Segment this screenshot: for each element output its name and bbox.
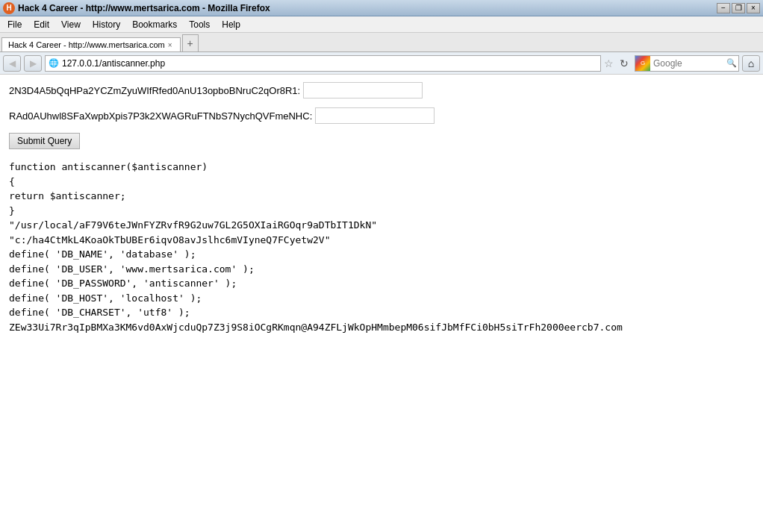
minimize-button[interactable]: −: [717, 3, 730, 13]
code-line-6: define( 'DB_NAME', 'database' );: [9, 247, 754, 262]
code-line-8: define( 'DB_PASSWORD', 'antiscanner' );: [9, 276, 754, 291]
code-line-5: "c:/ha4CtMkL4KoaOkTbUBEr6iqvO8avJslhc6mV…: [9, 233, 754, 248]
refresh-button[interactable]: ↻: [617, 55, 632, 72]
title-bar: H Hack 4 Career - http://www.mertsarica.…: [0, 0, 763, 16]
search-bar: G 🔍: [635, 55, 739, 72]
tab-bar: Hack 4 Career - http://www.mertsarica.co…: [0, 33, 763, 52]
menu-file[interactable]: File: [1, 18, 28, 31]
code-line-7: define( 'DB_USER', 'www.mertsarica.com' …: [9, 262, 754, 277]
code-line-4: "/usr/local/aF79V6teJWnFYZRvfR9G2uw7GL2G…: [9, 218, 754, 233]
menu-view[interactable]: View: [55, 18, 87, 31]
code-line-2: return $antiscanner;: [9, 189, 754, 204]
form-row-1: 2N3D4A5bQqHPa2YCZmZyuWIfRfed0AnU13opboBN…: [9, 82, 754, 98]
close-button[interactable]: ×: [747, 3, 760, 13]
field1-label: 2N3D4A5bQqHPa2YCZmZyuWIfRfed0AnU13opboBN…: [9, 85, 300, 96]
app-icon: H: [3, 2, 15, 14]
submit-button[interactable]: Submit Query: [9, 133, 80, 149]
search-logo: G: [635, 56, 650, 71]
home-button[interactable]: ⌂: [742, 55, 760, 72]
code-line-0: function antiscanner($antiscanner): [9, 160, 754, 175]
window-controls: − ❐ ×: [717, 3, 760, 13]
bookmark-star-icon[interactable]: ☆: [604, 57, 614, 69]
back-button[interactable]: ◀: [3, 55, 21, 72]
code-line-11: ZEw33Ui7Rr3qIpBMXa3KM6vd0AxWjcduQp7Z3j9S…: [9, 320, 754, 335]
field2-label: RAd0AUhwl8SFaXwpbXpis7P3k2XWAGRuFTNbS7Ny…: [9, 110, 312, 122]
menu-bar: File Edit View History Bookmarks Tools H…: [0, 16, 763, 33]
nav-right: ☆ ↻: [604, 55, 632, 72]
menu-help[interactable]: Help: [216, 18, 246, 31]
code-output: function antiscanner($antiscanner) { ret…: [9, 160, 754, 334]
page-content: 2N3D4A5bQqHPa2YCZmZyuWIfRfed0AnU13opboBN…: [0, 75, 763, 342]
url-bar: 🌐: [45, 55, 601, 72]
menu-bookmarks[interactable]: Bookmarks: [126, 18, 183, 31]
field2-input[interactable]: [315, 107, 435, 124]
url-input[interactable]: [62, 58, 597, 69]
code-line-3: }: [9, 204, 754, 219]
active-tab[interactable]: Hack 4 Career - http://www.mertsarica.co…: [1, 37, 181, 51]
form-row-2: RAd0AUhwl8SFaXwpbXpis7P3k2XWAGRuFTNbS7Ny…: [9, 107, 754, 124]
tab-close-button[interactable]: ×: [168, 41, 172, 49]
nav-bar: ◀ ▶ 🌐 ☆ ↻ G 🔍 ⌂: [0, 52, 763, 75]
new-tab-button[interactable]: +: [182, 34, 199, 51]
menu-tools[interactable]: Tools: [183, 18, 216, 31]
field1-input[interactable]: [303, 82, 423, 98]
restore-button[interactable]: ❐: [732, 3, 745, 13]
code-line-10: define( 'DB_CHARSET', 'utf8' );: [9, 305, 754, 320]
forward-button[interactable]: ▶: [24, 55, 42, 72]
tab-label: Hack 4 Career - http://www.mertsarica.co…: [8, 40, 165, 49]
window-title: Hack 4 Career - http://www.mertsarica.co…: [18, 3, 270, 13]
search-button[interactable]: 🔍: [725, 58, 738, 68]
search-input[interactable]: [650, 58, 725, 69]
code-line-1: {: [9, 175, 754, 190]
url-icon: 🌐: [49, 58, 59, 68]
code-line-9: define( 'DB_HOST', 'localhost' );: [9, 291, 754, 306]
menu-history[interactable]: History: [87, 18, 126, 31]
menu-edit[interactable]: Edit: [28, 18, 55, 31]
